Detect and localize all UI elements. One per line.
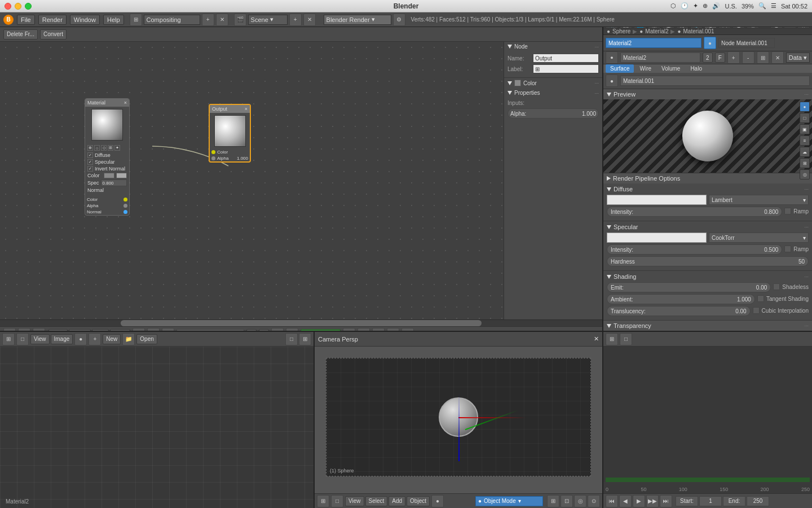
specular-title[interactable]: Specular ··· [607,224,809,230]
out-node-close[interactable]: × [245,106,248,112]
specular-color-field[interactable] [607,233,707,243]
mat-minus-btn[interactable]: - [742,51,754,64]
img-image-btn[interactable]: Image [51,334,73,344]
diffuse-ramp-cb[interactable] [784,208,791,214]
menu-icon[interactable]: ☰ [771,2,776,10]
cam-view-icon[interactable]: □ [331,495,343,507]
invert-cb[interactable]: ✓ [87,166,93,172]
node-view-icon[interactable]: □ [18,328,30,331]
specular-ramp-cb[interactable] [784,246,791,252]
menu-window-btn[interactable]: Window [70,15,100,25]
mat-icon-1[interactable]: ⊕ [87,145,93,151]
img-mode-icon[interactable]: ⊞ [2,333,15,345]
scene-dropdown[interactable]: Scene ▾ [248,15,288,25]
mat-delete-btn[interactable]: ✕ [771,51,784,64]
transparency-section[interactable]: Transparency ··· [603,321,812,331]
tl-start-value[interactable]: 1 [699,496,722,506]
node-plus-btn[interactable]: + [271,328,284,331]
cam-object-btn[interactable]: Object [407,496,430,506]
tab-halo[interactable]: Halo [686,64,707,73]
tab-wire[interactable]: Wire [635,64,656,73]
img-open-btn[interactable]: Open [136,334,157,344]
use-nodes-btn[interactable]: ✓ Use Nodes [301,329,341,331]
tl-view-icon[interactable]: □ [620,333,632,345]
tl-play-next-btn[interactable]: ⏭ [660,495,672,507]
node-refresh-btn[interactable]: ↺ [343,328,355,331]
node-mat-icon3[interactable]: ⬡ [162,328,174,331]
specular-intensity-field[interactable]: Intensity: 0.500 [607,244,782,255]
node-mat-icon2[interactable]: ◉ [147,328,160,331]
tl-play-prev-btn[interactable]: ⏮ [606,495,618,507]
preview-section-title[interactable]: Preview ··· [603,89,812,99]
translucency-field[interactable]: Translucency: 0.00 [607,306,751,316]
node-f-btn[interactable]: F [259,329,269,331]
preview-plane-btn[interactable]: □ [800,113,810,123]
cam-extra-icon[interactable]: ● [431,495,444,507]
mat-copy-btn[interactable]: ⊞ [757,51,769,64]
node-view-btn[interactable]: View [48,329,68,331]
node-label-field[interactable]: ⊞ [533,64,599,73]
img-view-btn[interactable]: View [30,334,50,344]
mat-icon-4[interactable]: ⊞ [108,145,113,151]
bc-material2[interactable]: Material2 [645,28,668,34]
node-minus-btn[interactable]: - [286,328,298,331]
cam-select-btn[interactable]: Select [365,496,388,506]
node-node-btn[interactable]: Node [110,329,130,331]
cam-extra3-btn[interactable]: ◎ [574,495,586,507]
data-dropdown[interactable]: Data ▾ [786,52,810,63]
camera-close-btn[interactable]: ✕ [594,335,599,343]
preview-sphere-btn[interactable]: ● [800,102,810,112]
menu-render-btn[interactable]: Render [38,15,67,25]
node-canvas[interactable]: Node ··· Name: Output Label: [0,42,602,319]
cam-extra1-btn[interactable]: ⊞ [547,495,559,507]
node-select-btn[interactable]: Select [69,329,91,331]
close-editor-btn[interactable]: ✕ [216,14,228,26]
diffuse-shader-dropdown[interactable]: Lambert ▾ [709,195,809,205]
img-view-btn2[interactable]: □ [285,333,298,345]
mat-icon-3[interactable]: ◇ [101,145,107,151]
cam-add-btn[interactable]: Add [389,496,405,506]
mat-icon-5[interactable]: ✦ [114,145,120,151]
img-view-icon[interactable]: □ [16,333,29,345]
engine-dropdown[interactable]: Blender Render ▾ [324,15,391,25]
tangent-cb[interactable] [757,295,764,302]
img-zoom-btn[interactable]: ⊞ [299,333,311,345]
node-section-header[interactable]: Node ··· [504,42,602,51]
preview-sky-btn[interactable]: ☁ [800,147,810,157]
alpha-slider[interactable]: Alpha: 1.000 [508,108,599,119]
node-num-btn[interactable]: 2 [246,329,257,331]
image-canvas[interactable] [0,347,314,508]
tl-play-btn[interactable]: ▶ [633,495,645,507]
workspace-icon-btn[interactable]: ⊞ [130,14,142,26]
mac-max-btn[interactable] [25,3,32,10]
tl-prev-frame-btn[interactable]: ◀ [619,495,632,507]
hardness-field[interactable]: Hardness 50 [607,256,809,266]
material-name-selector[interactable]: Material2 [176,329,244,331]
color-section-header[interactable]: Color ··· [504,78,602,88]
output-node[interactable]: Output × Color Alpha 1.000 [209,104,251,163]
node-mat-name[interactable]: Node Material.001 [718,38,775,48]
timeline-canvas[interactable]: 0 50 100 150 200 250 [603,347,812,493]
scene-close-btn[interactable]: ✕ [303,14,316,26]
node-name-field[interactable]: Output [533,54,599,63]
render-pipeline-section[interactable]: Render Pipeline Options ··· [603,173,812,183]
tl-mode-icon[interactable]: ⊞ [606,333,618,345]
specular-cb[interactable]: ✓ [87,159,93,165]
node-extra2-btn[interactable]: ⊞ [387,328,399,331]
node-mat-icon[interactable]: ● [133,328,145,331]
node-delete-btn[interactable]: Delete Fr... [3,29,38,40]
preview-hair-btn[interactable]: ≡ [800,135,810,146]
bc-sphere[interactable]: Sphere [612,28,630,34]
tab-volume[interactable]: Volume [657,64,685,73]
camera-canvas[interactable]: (1) Sphere [315,347,602,493]
mat-node-close[interactable]: × [124,100,127,106]
emit-field[interactable]: Emit: 0.00 [607,282,771,292]
ambient-field[interactable]: Ambient: 1.000 [607,294,755,304]
diffuse-title[interactable]: Diffuse ··· [607,186,809,192]
img-mode2-icon[interactable]: ● [74,333,87,345]
material-slot-item[interactable]: Material2 [606,38,701,48]
scene-icon-btn[interactable]: 🎬 [234,14,246,26]
img-add-icon[interactable]: + [89,333,101,345]
properties-section-header[interactable]: Properties ··· [504,88,602,98]
node-extra3-btn[interactable]: ⊡ [401,328,414,331]
